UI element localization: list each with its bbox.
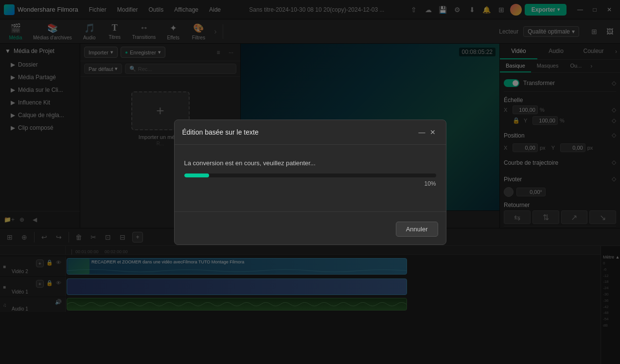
progress-bar-background <box>184 173 436 177</box>
modal-body: La conversion est en cours, veuillez pat… <box>175 145 446 197</box>
modal-title: Édition basée sur le texte <box>182 128 417 136</box>
modal-footer: Annuler <box>175 211 446 244</box>
modal-close-button[interactable]: ✕ <box>427 127 438 138</box>
text-edition-modal: Édition basée sur le texte — ✕ La conver… <box>174 120 446 245</box>
cancel-button[interactable]: Annuler <box>396 222 438 237</box>
modal-status-text: La conversion est en cours, veuillez pat… <box>184 159 436 167</box>
modal-header: Édition basée sur le texte — ✕ <box>175 120 446 145</box>
progress-percentage: 10% <box>184 180 436 187</box>
modal-minimize-button[interactable]: — <box>417 127 427 138</box>
modal-overlay: Édition basée sur le texte — ✕ La conver… <box>0 0 620 364</box>
progress-bar-fill <box>184 173 210 177</box>
